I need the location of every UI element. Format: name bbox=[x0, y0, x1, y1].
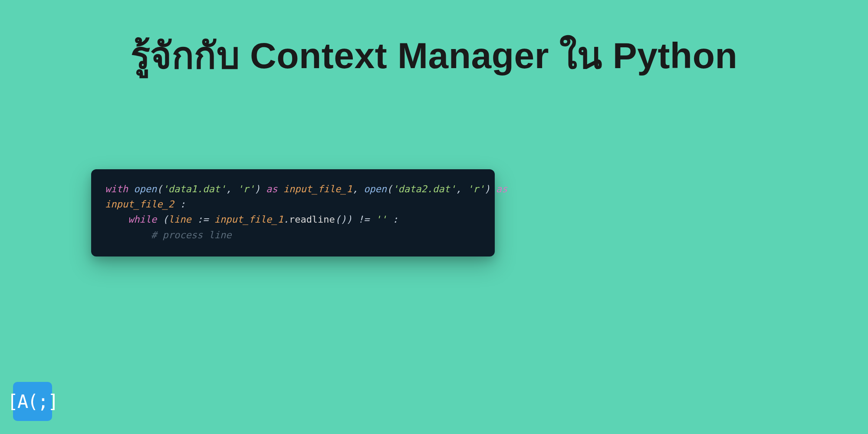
string-literal: 'r' bbox=[237, 184, 255, 194]
variable: input_file_1 bbox=[283, 184, 352, 194]
code-line-1: with open('data1.dat', 'r') as input_fil… bbox=[105, 181, 481, 197]
code-line-3: while (line := input_file_1.readline()) … bbox=[105, 212, 481, 227]
page-title: รู้จักกับ Context Manager ใน Python bbox=[0, 0, 868, 84]
variable: line bbox=[168, 214, 191, 225]
logo-text: [A(;] bbox=[7, 391, 58, 412]
keyword-while: while bbox=[128, 214, 157, 225]
string-literal: 'data1.dat' bbox=[162, 184, 226, 194]
code-line-4: # process line bbox=[105, 227, 481, 243]
variable: input_file_2 bbox=[105, 199, 174, 210]
keyword-as: as bbox=[266, 184, 278, 194]
code-line-2: input_file_2 : bbox=[105, 197, 481, 212]
code-block: with open('data1.dat', 'r') as input_fil… bbox=[91, 169, 495, 256]
method-readline: readline bbox=[289, 214, 335, 225]
string-literal: '' bbox=[375, 214, 387, 225]
brand-logo: [A(;] bbox=[13, 382, 52, 421]
function-open: open bbox=[364, 184, 387, 194]
string-literal: 'data2.dat' bbox=[392, 184, 456, 194]
keyword-with: with bbox=[105, 184, 128, 194]
code-comment: # process line bbox=[151, 230, 231, 240]
keyword-as: as bbox=[496, 184, 508, 194]
variable: input_file_1 bbox=[214, 214, 283, 225]
function-open: open bbox=[134, 184, 157, 194]
string-literal: 'r' bbox=[467, 184, 485, 194]
